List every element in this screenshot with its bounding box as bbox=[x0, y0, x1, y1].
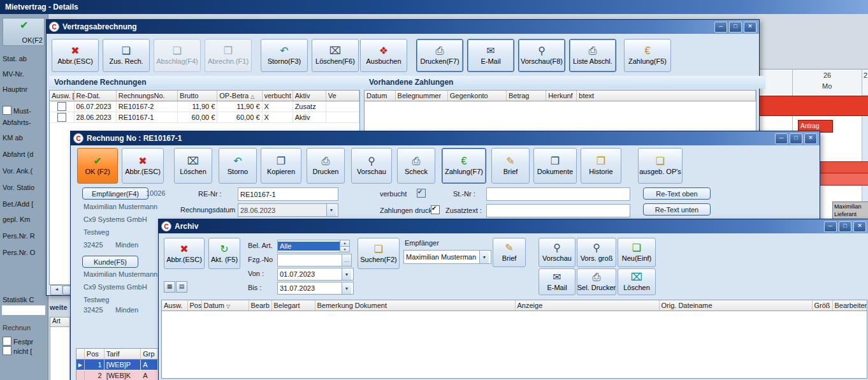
ok-button[interactable]: ✔ OK (F2) bbox=[77, 148, 118, 184]
vorschau-button[interactable]: ⚲ Vorschau bbox=[351, 148, 392, 184]
archiv-titlebar[interactable]: C Archiv ─ □ ✕ bbox=[159, 219, 868, 233]
close-button[interactable]: ✕ bbox=[804, 133, 817, 144]
zahlungen-drucken-checkbox[interactable]: ✔ bbox=[431, 205, 440, 214]
loeschen-button[interactable]: ⌧ Löschen bbox=[174, 148, 212, 184]
hscroll-left-button[interactable]: ◄ bbox=[50, 285, 63, 295]
col-verbucht[interactable]: verbucht bbox=[262, 91, 293, 101]
invoice-row[interactable]: 28.06.2023 RE10167-1 60,00 € 60,00 € X A… bbox=[50, 112, 359, 123]
storno-button[interactable]: ↶ Storno bbox=[219, 148, 257, 184]
ok-button[interactable]: ✔ OK(F2 bbox=[3, 18, 45, 46]
minimize-button[interactable]: ─ bbox=[824, 221, 837, 232]
row-select-checkbox[interactable] bbox=[57, 102, 66, 111]
col-btext[interactable]: btext bbox=[577, 91, 756, 101]
zusatz-rechnung-button[interactable]: ❏ Zus. Rech. bbox=[103, 39, 150, 72]
dropdown-icon[interactable]: ▼ bbox=[342, 282, 351, 294]
art-column-header[interactable]: Art bbox=[50, 318, 69, 327]
vors-gross-button[interactable]: ⚲ Vors. groß bbox=[577, 238, 616, 267]
abrechnen-button[interactable]: ❒ Abrechn.(F1) bbox=[205, 39, 252, 72]
spin-up-icon[interactable]: ▲ bbox=[340, 240, 349, 247]
dokumente-button[interactable]: ❒ Dokumente bbox=[533, 148, 577, 184]
minimize-button[interactable]: ─ bbox=[714, 22, 727, 33]
col-aktiv[interactable]: Aktiv bbox=[293, 91, 326, 101]
empfaenger-button[interactable]: Empfänger(F4) bbox=[82, 187, 148, 200]
kunde-button[interactable]: Kunde(F5) bbox=[82, 256, 138, 268]
col-re-dat[interactable]: Re-Dat. bbox=[74, 91, 116, 101]
minimize-button[interactable]: ─ bbox=[775, 133, 788, 144]
col-groesse[interactable]: Größ bbox=[812, 300, 832, 311]
col-belegart[interactable]: Belegart bbox=[271, 300, 315, 311]
abbrechen-button[interactable]: ✖ Abbr.(ESC) bbox=[52, 39, 99, 72]
rechnungsdatum-select[interactable]: 28.06.2023 ▼ bbox=[238, 203, 338, 217]
col-anzeige[interactable]: Anzeige bbox=[515, 300, 659, 311]
col-ausw[interactable]: Ausw. [ bbox=[50, 91, 74, 101]
drucken-button[interactable]: ⎙ Drucken bbox=[307, 148, 345, 184]
dropdown-icon[interactable]: ▼ bbox=[342, 268, 351, 280]
col-bearbeitern[interactable]: Bearbeitern bbox=[832, 300, 867, 311]
neu-button[interactable]: ❏ Neu(Einf) bbox=[618, 238, 656, 267]
vorschau-button[interactable]: ⚲ Vorschau(F8) bbox=[518, 39, 565, 72]
statistik-input[interactable] bbox=[1, 305, 46, 316]
col-ve[interactable]: Ve bbox=[326, 91, 359, 101]
storno-button[interactable]: ↶ Storno(F3) bbox=[261, 39, 308, 72]
col-betrag[interactable]: Betrag bbox=[507, 91, 546, 101]
row-select-checkbox[interactable] bbox=[57, 113, 66, 122]
empfaenger-select[interactable]: Maximilian Musterman ▼ bbox=[403, 250, 491, 264]
ausbuchen-button[interactable]: ❖ Ausbuchen bbox=[360, 39, 407, 72]
position-row[interactable]: ▶ 1 [WEB]P A bbox=[76, 360, 158, 370]
suchen-button[interactable]: ❏ Suchen(F2) bbox=[358, 238, 400, 269]
zusatztext-input[interactable] bbox=[486, 204, 630, 217]
scheck-button[interactable]: ⎙ Scheck bbox=[397, 148, 435, 184]
von-date-select[interactable]: 01.07.2023 ▼ bbox=[277, 268, 354, 281]
col-pos[interactable]: Pos bbox=[187, 300, 201, 311]
loeschen-button[interactable]: ⌧ Löschen(F6) bbox=[312, 39, 359, 72]
col-gegenkonto[interactable]: Gegenkonto bbox=[447, 91, 506, 101]
aktualisieren-button[interactable]: ↻ Akt. (F5) bbox=[208, 238, 240, 269]
spin-down-icon[interactable]: ▼ bbox=[340, 247, 349, 252]
dropdown-icon[interactable]: ▼ bbox=[479, 251, 489, 263]
loeschen-button[interactable]: ⌧ Löschen bbox=[618, 268, 656, 295]
verbucht-checkbox[interactable]: ✔ bbox=[417, 189, 426, 198]
email-button[interactable]: ✉ E-Mail bbox=[467, 39, 514, 72]
close-button[interactable]: ✕ bbox=[744, 22, 756, 33]
invoice-row[interactable]: 06.07.2023 RE10167-2 11,90 € 11,90 € X Z… bbox=[50, 101, 359, 112]
vertragsabrechnung-titlebar[interactable]: C Vertragsabrechnung ─ □ ✕ bbox=[47, 20, 759, 34]
brief-button[interactable]: ✎ Brief bbox=[493, 238, 526, 267]
col-brutto[interactable]: Brutto bbox=[178, 91, 217, 101]
zahlung-button[interactable]: € Zahlung(F7) bbox=[442, 148, 486, 184]
drucken-button[interactable]: ⎙ Drucken(F7) bbox=[416, 39, 463, 72]
zahlung-button[interactable]: € Zahlung(F5) bbox=[624, 39, 671, 72]
col-belegnummer[interactable]: Belegnummer bbox=[395, 91, 447, 101]
calendar-event-bar[interactable] bbox=[757, 96, 868, 116]
col-bemerkung[interactable]: Bemerkung Dokument bbox=[315, 300, 515, 311]
col-bearb[interactable]: Bearb bbox=[249, 300, 271, 311]
position-row[interactable]: 2 [WEB]K A bbox=[76, 370, 158, 380]
fzg-no-input[interactable]: … bbox=[277, 254, 352, 267]
re-text-oben-button[interactable]: Re-Text oben bbox=[643, 187, 711, 200]
historie-button[interactable]: ❒ Historie bbox=[581, 148, 621, 184]
abschlag-button[interactable]: ❏ Abschlag(F4) bbox=[154, 39, 201, 72]
calendar-event-supplier[interactable]: Maximilian Lieferant bbox=[832, 201, 868, 221]
sel-drucker-button[interactable]: ⎙ Sel. Drucker bbox=[577, 268, 616, 295]
col-ausw[interactable]: Ausw. bbox=[162, 300, 187, 311]
bis-date-select[interactable]: 31.07.2023 ▼ bbox=[277, 282, 354, 295]
col-grp[interactable]: Grp bbox=[141, 349, 158, 360]
spinner[interactable]: ▲ ▼ bbox=[340, 240, 349, 252]
col-datum[interactable]: Datum ▽ bbox=[201, 300, 249, 311]
rechnung-titlebar[interactable]: C Rechnung No : RE10167-1 ─ □ ✕ bbox=[71, 131, 820, 145]
nicht-checkbox[interactable] bbox=[3, 346, 11, 355]
col-orig-dateiname[interactable]: Orig. Dateiname bbox=[659, 300, 812, 311]
col-rechnungsno[interactable]: RechnungsNo. bbox=[116, 91, 177, 101]
maximize-button[interactable]: □ bbox=[790, 133, 802, 144]
email-button[interactable]: ✉ E-Mail bbox=[539, 268, 575, 295]
brief-button[interactable]: ✎ Brief bbox=[491, 148, 530, 184]
view-list-button[interactable]: ▤ bbox=[176, 281, 187, 293]
liste-abschlag-button[interactable]: ⎙ Liste Abschl. bbox=[569, 39, 616, 72]
vorschau-button[interactable]: ⚲ Vorschau bbox=[539, 238, 575, 267]
view-grid-button[interactable]: ▦ bbox=[164, 281, 175, 293]
abbrechen-button[interactable]: ✖ Abbr.(ESC) bbox=[164, 238, 205, 269]
maximize-button[interactable]: □ bbox=[729, 22, 742, 33]
dropdown-icon[interactable]: ▼ bbox=[326, 204, 336, 216]
re-text-unten-button[interactable]: Re-Text unten bbox=[643, 203, 711, 216]
must-checkbox[interactable] bbox=[3, 106, 11, 115]
weitere-label[interactable]: weite bbox=[50, 303, 68, 311]
